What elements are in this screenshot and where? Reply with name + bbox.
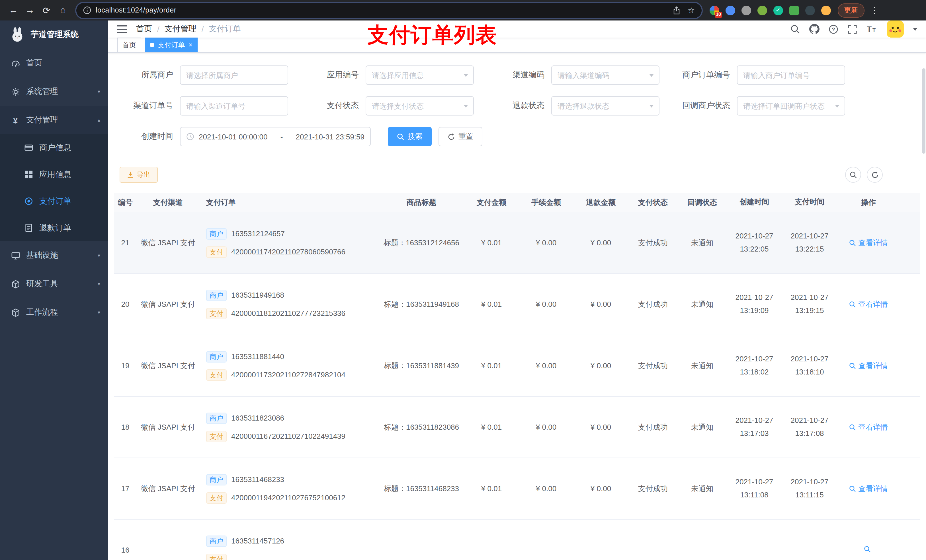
sidebar-item-pay-order[interactable]: 支付订单 <box>0 188 108 214</box>
create-time <box>727 544 782 556</box>
pay-amount: ¥ 0.01 <box>464 361 519 370</box>
github-icon[interactable] <box>809 24 820 34</box>
caret-down-icon[interactable] <box>913 27 917 30</box>
sidebar-item-system[interactable]: 系统管理 ▾ <box>0 77 108 106</box>
browser-menu-icon[interactable]: ⋮ <box>870 5 879 15</box>
sidebar-item-infra[interactable]: 基础设施 ▾ <box>0 241 108 270</box>
breadcrumb-separator: / <box>157 24 159 33</box>
view-detail-link[interactable]: 查看详情 <box>849 299 888 309</box>
sidebar-item-label: 研发工具 <box>26 279 58 289</box>
font-size-icon[interactable]: TT <box>866 24 878 33</box>
reset-button[interactable]: 重置 <box>439 127 483 146</box>
fee-amount: ¥ 0.00 <box>519 300 573 308</box>
home-icon[interactable]: ⌂ <box>55 3 71 18</box>
pay-amount: ¥ 0.01 <box>464 300 519 308</box>
view-detail-link[interactable]: 查看详情 <box>849 238 888 248</box>
app-id-select[interactable] <box>366 65 474 85</box>
merchant-order-no-input[interactable] <box>737 65 845 85</box>
pay-order-cell: 商户 1635311881440 支付 42000011732021102728… <box>199 351 379 380</box>
view-detail-link[interactable]: 查看详情 <box>849 422 888 432</box>
view-detail-link[interactable] <box>864 546 873 552</box>
pay-channel: 微信 JSAPI 支付 <box>137 299 199 309</box>
extension-icon[interactable] <box>726 5 735 15</box>
notify-status: 未通知 <box>678 361 727 371</box>
sidebar-item-merchant-info[interactable]: 商户信息 <box>0 134 108 161</box>
channel-order-no-input[interactable] <box>180 96 288 116</box>
breadcrumb-pay-manage[interactable]: 支付管理 <box>165 24 197 34</box>
avatar[interactable] <box>887 21 904 38</box>
search-button[interactable]: 搜索 <box>388 127 432 146</box>
export-button[interactable]: 导出 <box>120 167 158 183</box>
fullscreen-icon[interactable] <box>847 24 857 34</box>
clock-icon <box>186 133 194 140</box>
order-id: 18 <box>114 423 137 432</box>
order-id: 21 <box>114 238 137 247</box>
chevron-down-icon <box>649 104 654 107</box>
fee-amount: ¥ 0.00 <box>519 361 573 370</box>
create-time-range-picker[interactable]: 2021-10-01 00:00:00 - 2021-10-31 23:59:5… <box>180 127 371 146</box>
refund-status-select[interactable] <box>551 96 660 116</box>
extension-icon[interactable] <box>821 5 831 15</box>
sidebar-toggle-icon[interactable] <box>117 25 127 33</box>
table-toolbar: 导出 <box>108 167 926 183</box>
pay-status-select[interactable] <box>366 96 474 116</box>
bookmark-star-icon[interactable]: ☆ <box>688 6 695 15</box>
monitor-icon <box>11 251 20 260</box>
product-title: 标题：1635311881439 <box>379 361 464 371</box>
extension-icon[interactable] <box>789 5 799 15</box>
pay-amount: ¥ 0.01 <box>464 484 519 493</box>
field-label: 渠道订单号 <box>120 101 180 111</box>
question-icon[interactable]: ? <box>829 24 838 34</box>
notify-status: 未通知 <box>678 483 727 494</box>
table-header: 编号 支付渠道 支付订单 商品标题 支付金额 手续金额 退款金额 支付状态 回调… <box>114 193 920 212</box>
extension-icon[interactable] <box>773 5 783 15</box>
tab-pay-order[interactable]: 支付订单 × <box>145 38 198 52</box>
sidebar-item-label: 系统管理 <box>26 86 58 97</box>
sidebar-item-app-info[interactable]: 应用信息 <box>0 161 108 188</box>
notify-status-select[interactable] <box>737 96 845 116</box>
share-icon[interactable] <box>673 6 681 15</box>
refresh-icon[interactable] <box>867 167 883 183</box>
sidebar-item-refund-order[interactable]: 退款订单 <box>0 214 108 241</box>
extension-icon[interactable] <box>757 5 767 15</box>
sidebar-item-dev-tools[interactable]: 研发工具 ▾ <box>0 270 108 298</box>
tab-home[interactable]: 首页 <box>117 38 141 52</box>
sidebar-item-payment[interactable]: ¥ 支付管理 ▴ <box>0 106 108 134</box>
site-info-icon[interactable] <box>83 6 91 14</box>
create-time: 2021-10-2713:19:09 <box>727 292 782 317</box>
toggle-search-icon[interactable] <box>845 167 861 183</box>
breadcrumb-home[interactable]: 首页 <box>136 24 152 34</box>
forward-icon[interactable]: → <box>22 3 38 18</box>
table-row: 18 微信 JSAPI 支付 商户 1635311823086 支付 42000… <box>114 397 920 458</box>
action-cell: 查看详情 <box>837 483 900 494</box>
channel-code-select[interactable] <box>551 65 660 85</box>
extension-icon[interactable]: 10 <box>710 5 719 15</box>
search-icon[interactable] <box>790 24 800 34</box>
browser-update-button[interactable]: 更新 <box>838 3 864 17</box>
fee-amount: ¥ 0.00 <box>519 484 573 493</box>
address-bar[interactable]: localhost:1024/pay/order ☆ <box>76 3 702 18</box>
sidebar-item-workflow[interactable]: 工作流程 ▾ <box>0 298 108 327</box>
extension-icon[interactable] <box>805 5 815 15</box>
back-icon[interactable]: ← <box>6 3 21 18</box>
create-time: 2021-10-2713:22:05 <box>727 230 782 255</box>
col-amount: 支付金额 <box>464 197 519 207</box>
breadcrumb-current: 支付订单 <box>209 24 241 34</box>
pay-status: 支付成功 <box>628 299 678 309</box>
reload-icon[interactable]: ⟳ <box>39 3 54 18</box>
pay-tag: 支付 <box>206 492 227 503</box>
extension-icon[interactable] <box>741 5 751 15</box>
scrollbar-thumb[interactable] <box>922 68 925 154</box>
sidebar-item-label: 应用信息 <box>39 169 71 180</box>
sidebar-item-label: 支付订单 <box>39 196 71 206</box>
product-title: 标题：1635312124656 <box>379 238 464 248</box>
scrollbar[interactable] <box>922 68 925 560</box>
view-detail-link[interactable]: 查看详情 <box>849 361 888 371</box>
field-label: 退款状态 <box>491 101 551 111</box>
merchant-select[interactable] <box>180 65 288 85</box>
merchant-tag: 商户 <box>206 474 227 485</box>
close-icon[interactable]: × <box>189 41 192 49</box>
view-detail-link[interactable]: 查看详情 <box>849 483 888 494</box>
create-time: 2021-10-2713:11:08 <box>727 476 782 501</box>
sidebar-item-home[interactable]: 首页 <box>0 49 108 77</box>
